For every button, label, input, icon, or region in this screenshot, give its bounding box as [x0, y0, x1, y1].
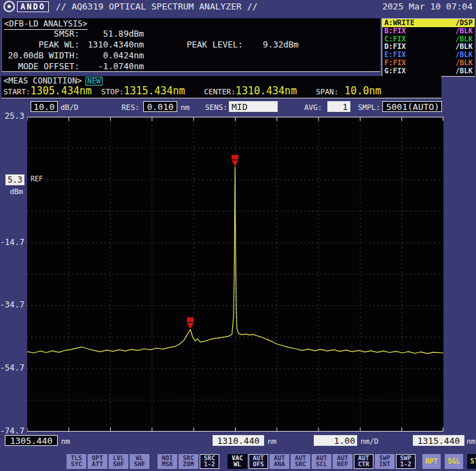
softkey-label: CTR	[358, 461, 369, 468]
sensitivity-label: SENS:	[205, 103, 227, 112]
stop-wavelength-field[interactable]: 1315.440	[413, 435, 464, 446]
meas-field-label: CENTER:	[204, 88, 236, 96]
center-wavelength-unit: nm	[268, 437, 276, 446]
new-badge: NEW	[86, 77, 103, 86]
start-wavelength-unit: nm	[61, 437, 70, 446]
analysis-row: MODE OFFSET:-1.0740nm	[2, 60, 144, 71]
averaging-field[interactable]: 1	[327, 101, 350, 112]
softkey-src-zom[interactable]: SRCZOM	[179, 454, 198, 469]
resolution-field[interactable]: 0.010	[143, 101, 177, 112]
softkey-tls-syc[interactable]: TLSSYC	[67, 454, 86, 469]
y-axis-labels: 25.35.3dBm-14.7-34.7-54.7-74.7	[0, 117, 26, 432]
softkey-aut-ref[interactable]: AUTREF	[333, 454, 352, 469]
meas-field-value[interactable]: 10.0nm	[338, 85, 381, 97]
softkey-wl-shf[interactable]: WLSHF	[130, 454, 149, 469]
clock: 2025 Mar 10 07:04	[382, 1, 473, 12]
center-wavelength-field[interactable]: 1310.440	[213, 435, 264, 446]
analysis-row: SMSR:51.89dBm	[2, 28, 144, 39]
start-wavelength-field[interactable]: 1305.440	[5, 435, 58, 446]
side-mode-marker-icon	[187, 318, 194, 329]
softkey-noi-msk[interactable]: NOIMSK	[158, 454, 177, 469]
peak-marker-icon	[232, 155, 238, 166]
level-scale-field[interactable]: 10.0	[31, 101, 58, 112]
softkey-label: OFS	[253, 461, 263, 468]
softkey-aut-src[interactable]: AUTSRC	[291, 454, 310, 469]
softkey-label: SYC	[71, 461, 81, 468]
softkey-label: REF	[337, 461, 348, 468]
trace-name: F:FIX	[384, 59, 406, 67]
meas-field-value[interactable]: 1315.434nm	[124, 85, 185, 97]
softkey-aut-ofs[interactable]: AUTOFS	[249, 454, 268, 469]
ando-logo: ANDO	[17, 1, 49, 12]
softkey-stp[interactable]: STP	[467, 454, 476, 469]
trace-name: G:FIX	[384, 67, 406, 75]
meas-field-value[interactable]: 1305.434nm	[31, 85, 92, 97]
softkey-vac-wl[interactable]: VACWL	[227, 454, 247, 469]
sampling-label: SMPL:	[358, 103, 380, 112]
sampling-field[interactable]: 5001(AUTO)	[382, 101, 442, 112]
x-axis-row: 1305.440 nm 1310.440 nm 1.00 nm/D 1315.4…	[0, 434, 476, 451]
analysis-value: 0.0424nm	[79, 50, 144, 60]
softkey-rpt[interactable]: RPT	[422, 454, 441, 469]
meas-fields: START:1305.434nmSTOP:1315.434nmCENTER:13…	[3, 85, 402, 97]
stop-wavelength-unit: nm	[466, 437, 475, 446]
resolution-unit: nm	[181, 103, 189, 112]
softkey-label: INT	[379, 461, 390, 468]
softkey-label: ATT	[92, 461, 103, 468]
softkey-label: SHF	[134, 461, 145, 468]
meas-field-label: START:	[3, 88, 31, 96]
osa-screen: ANDO // AQ6319 OPTICAL SPECTRUM ANALYZER…	[0, 0, 476, 471]
analysis-value: -1.0740nm	[79, 61, 144, 71]
spectrum-trace-svg	[27, 117, 443, 432]
softkey-label: SGL	[447, 458, 460, 465]
analysis-rows: SMSR:51.89dBmPEAK WL:1310.4340nm20.00dB …	[2, 28, 144, 71]
softkey-swp-int[interactable]: SWPINT	[375, 454, 395, 469]
softkey-label: SHF	[113, 461, 124, 468]
y-tick-label: -14.7	[0, 238, 24, 247]
y-tick-label: -54.7	[0, 363, 24, 373]
softkey-label: SCL	[316, 461, 327, 468]
trace-row[interactable]: F:FIX/BLK	[382, 59, 475, 67]
softkey-swp-1-2[interactable]: SWP1-2	[396, 454, 416, 469]
softkey-opt-att[interactable]: OPTATT	[88, 454, 107, 469]
peak-level-value: 9.32dBm	[243, 39, 299, 50]
sensitivity-field[interactable]: MID	[229, 101, 278, 112]
page-title: // AQ6319 OPTICAL SPECTRUM ANALYZER //	[56, 1, 257, 12]
ando-circle-mark-icon	[3, 1, 15, 12]
y-tick-label: 25.3	[5, 111, 24, 121]
y-tick-label: -34.7	[0, 300, 24, 309]
meas-field-value[interactable]: 1310.434nm	[236, 85, 297, 97]
softkey-src-1-2[interactable]: SRC1-2	[200, 454, 219, 469]
softkey-aut-ctr[interactable]: AUTCTR	[354, 454, 373, 469]
softkey-label: ANA	[274, 461, 285, 468]
trace-name: B:FIX	[384, 27, 406, 35]
y-axis-unit: dBm	[10, 187, 23, 196]
meas-field-label: SPAN:	[316, 88, 338, 96]
meas-field-label: STOP:	[101, 88, 124, 96]
softkey-lvl-shf[interactable]: LVLSHF	[109, 454, 128, 469]
averaging-label: AVG:	[304, 103, 323, 112]
softkey-aut-ana[interactable]: AUTANA	[270, 454, 289, 469]
meas-condition-panel: <MEAS CONDITION> NEW START:1305.434nmSTO…	[1, 76, 441, 98]
resolution-label: RES:	[122, 103, 140, 112]
analysis-value: 1310.4340nm	[79, 39, 144, 50]
analysis-label: SMSR:	[2, 29, 79, 39]
scale-per-div-unit: nm/D	[361, 437, 379, 446]
settings-row: 10.0 dB/D RES: 0.010 nm SENS: MID AVG: 1…	[0, 100, 476, 116]
scale-per-div-field[interactable]: 1.00	[314, 435, 357, 446]
analysis-label: PEAK WL:	[2, 39, 79, 50]
softkey-label: 1-2	[400, 461, 411, 468]
softkey-label: SRC	[295, 461, 306, 468]
analysis-row: PEAK WL:1310.4340nm	[2, 39, 144, 50]
trace-mode: /BLK	[456, 27, 473, 35]
trace-row[interactable]: G:FIX/BLK	[382, 67, 475, 75]
softkey-sgl[interactable]: SGL	[445, 454, 463, 469]
softkey-label: 1-2	[204, 461, 215, 468]
softkey-toolbar: TLSSYCOPTATTLVLSHFWLSHFNOIMSKSRCZOMSRC1-…	[67, 453, 476, 470]
softkey-aut-scl[interactable]: AUTSCL	[312, 454, 331, 469]
analysis-label: 20.00dB WIDTH:	[2, 50, 79, 60]
trace-row[interactable]: B:FIX/BLK	[382, 27, 475, 35]
ref-level-field[interactable]: 5.3	[5, 174, 24, 185]
meas-condition-header: <MEAS CONDITION>	[3, 76, 82, 86]
level-scale-unit: dB/D	[60, 103, 79, 112]
